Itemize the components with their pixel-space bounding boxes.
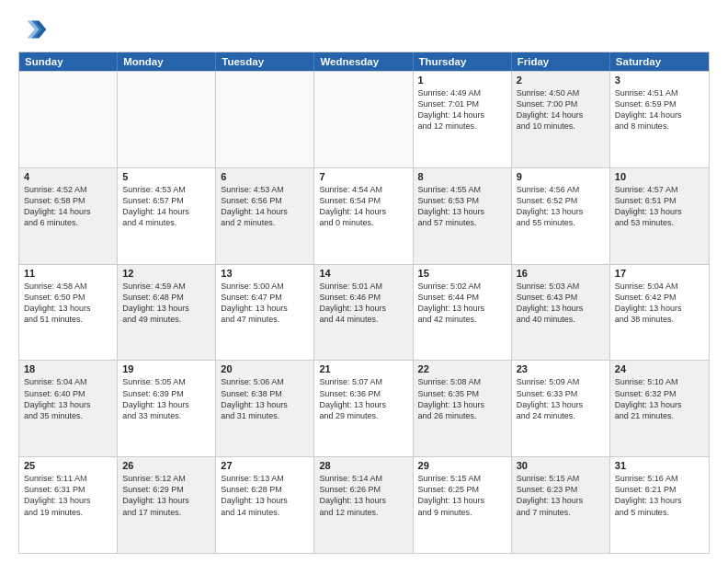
day-number: 10 [615,171,704,182]
calendar-cell: 12Sunrise: 4:59 AM Sunset: 6:48 PM Dayli… [118,265,216,361]
calendar-cell: 31Sunrise: 5:16 AM Sunset: 6:21 PM Dayli… [610,457,709,553]
cell-text: Sunrise: 5:15 AM Sunset: 6:25 PM Dayligh… [418,473,506,518]
day-number: 4 [24,171,112,182]
cell-text: Sunrise: 5:02 AM Sunset: 6:44 PM Dayligh… [418,281,506,326]
day-number: 20 [221,363,309,374]
calendar-header: SundayMondayTuesdayWednesdayThursdayFrid… [19,52,709,71]
calendar-cell [118,72,216,167]
cell-text: Sunrise: 5:14 AM Sunset: 6:26 PM Dayligh… [319,473,407,518]
calendar-cell: 22Sunrise: 5:08 AM Sunset: 6:35 PM Dayli… [414,361,512,456]
header-day: Sunday [19,52,118,71]
day-number: 21 [319,363,407,374]
calendar-cell: 7Sunrise: 4:54 AM Sunset: 6:54 PM Daylig… [314,168,413,264]
calendar-cell: 11Sunrise: 4:58 AM Sunset: 6:50 PM Dayli… [19,265,118,361]
header-day: Wednesday [314,52,413,71]
cell-text: Sunrise: 5:15 AM Sunset: 6:23 PM Dayligh… [517,473,605,518]
calendar-cell: 1Sunrise: 4:49 AM Sunset: 7:01 PM Daylig… [414,72,512,167]
day-number: 24 [615,363,704,374]
calendar-cell: 3Sunrise: 4:51 AM Sunset: 6:59 PM Daylig… [610,72,709,167]
cell-text: Sunrise: 5:01 AM Sunset: 6:46 PM Dayligh… [319,281,407,326]
day-number: 13 [221,268,309,279]
cell-text: Sunrise: 5:07 AM Sunset: 6:36 PM Dayligh… [319,376,407,421]
cell-text: Sunrise: 5:04 AM Sunset: 6:42 PM Dayligh… [615,281,704,326]
day-number: 14 [319,268,407,279]
calendar-cell: 20Sunrise: 5:06 AM Sunset: 6:38 PM Dayli… [216,361,314,456]
logo-icon [18,15,48,44]
cell-text: Sunrise: 5:08 AM Sunset: 6:35 PM Dayligh… [418,376,506,421]
day-number: 28 [319,460,407,471]
header-day: Thursday [414,52,512,71]
cell-text: Sunrise: 5:10 AM Sunset: 6:32 PM Dayligh… [615,376,704,421]
logo [18,15,51,44]
cell-text: Sunrise: 4:59 AM Sunset: 6:48 PM Dayligh… [122,281,210,326]
header-day: Monday [118,52,216,71]
day-number: 5 [122,171,210,182]
header-day: Saturday [610,52,709,71]
cell-text: Sunrise: 5:05 AM Sunset: 6:39 PM Dayligh… [122,376,210,421]
day-number: 11 [24,268,112,279]
day-number: 16 [517,268,605,279]
calendar-cell: 30Sunrise: 5:15 AM Sunset: 6:23 PM Dayli… [512,457,610,553]
header-day: Tuesday [216,52,314,71]
calendar-body: 1Sunrise: 4:49 AM Sunset: 7:01 PM Daylig… [19,71,709,553]
day-number: 1 [418,75,506,86]
header [18,15,710,44]
cell-text: Sunrise: 5:12 AM Sunset: 6:29 PM Dayligh… [122,473,210,518]
cell-text: Sunrise: 5:06 AM Sunset: 6:38 PM Dayligh… [221,376,309,421]
calendar-cell: 25Sunrise: 5:11 AM Sunset: 6:31 PM Dayli… [19,457,118,553]
calendar-cell: 14Sunrise: 5:01 AM Sunset: 6:46 PM Dayli… [314,265,413,361]
cell-text: Sunrise: 4:56 AM Sunset: 6:52 PM Dayligh… [517,184,605,229]
calendar-cell [216,72,314,167]
calendar-cell: 2Sunrise: 4:50 AM Sunset: 7:00 PM Daylig… [512,72,610,167]
day-number: 27 [221,460,309,471]
cell-text: Sunrise: 4:49 AM Sunset: 7:01 PM Dayligh… [418,87,506,132]
day-number: 7 [319,171,407,182]
calendar-cell [19,72,118,167]
cell-text: Sunrise: 4:58 AM Sunset: 6:50 PM Dayligh… [24,281,112,326]
day-number: 6 [221,171,309,182]
day-number: 29 [418,460,506,471]
day-number: 30 [517,460,605,471]
calendar-row: 1Sunrise: 4:49 AM Sunset: 7:01 PM Daylig… [19,71,709,167]
cell-text: Sunrise: 4:50 AM Sunset: 7:00 PM Dayligh… [517,87,605,132]
cell-text: Sunrise: 5:11 AM Sunset: 6:31 PM Dayligh… [24,473,112,518]
cell-text: Sunrise: 4:52 AM Sunset: 6:58 PM Dayligh… [24,184,112,229]
calendar-cell: 18Sunrise: 5:04 AM Sunset: 6:40 PM Dayli… [19,361,118,456]
day-number: 12 [122,268,210,279]
calendar-row: 4Sunrise: 4:52 AM Sunset: 6:58 PM Daylig… [19,167,709,264]
day-number: 23 [517,363,605,374]
calendar-row: 25Sunrise: 5:11 AM Sunset: 6:31 PM Dayli… [19,456,709,553]
cell-text: Sunrise: 5:03 AM Sunset: 6:43 PM Dayligh… [517,281,605,326]
day-number: 8 [418,171,506,182]
day-number: 19 [122,363,210,374]
calendar-cell: 17Sunrise: 5:04 AM Sunset: 6:42 PM Dayli… [610,265,709,361]
calendar-cell: 29Sunrise: 5:15 AM Sunset: 6:25 PM Dayli… [414,457,512,553]
cell-text: Sunrise: 5:04 AM Sunset: 6:40 PM Dayligh… [24,376,112,421]
day-number: 22 [418,363,506,374]
calendar-row: 18Sunrise: 5:04 AM Sunset: 6:40 PM Dayli… [19,360,709,456]
day-number: 17 [615,268,704,279]
calendar-cell: 13Sunrise: 5:00 AM Sunset: 6:47 PM Dayli… [216,265,314,361]
calendar-cell: 4Sunrise: 4:52 AM Sunset: 6:58 PM Daylig… [19,168,118,264]
calendar-cell: 8Sunrise: 4:55 AM Sunset: 6:53 PM Daylig… [414,168,512,264]
cell-text: Sunrise: 4:57 AM Sunset: 6:51 PM Dayligh… [615,184,704,229]
calendar-cell: 27Sunrise: 5:13 AM Sunset: 6:28 PM Dayli… [216,457,314,553]
header-day: Friday [512,52,610,71]
day-number: 18 [24,363,112,374]
calendar-cell [314,72,413,167]
calendar-cell: 10Sunrise: 4:57 AM Sunset: 6:51 PM Dayli… [610,168,709,264]
cell-text: Sunrise: 4:55 AM Sunset: 6:53 PM Dayligh… [418,184,506,229]
calendar-cell: 9Sunrise: 4:56 AM Sunset: 6:52 PM Daylig… [512,168,610,264]
calendar-row: 11Sunrise: 4:58 AM Sunset: 6:50 PM Dayli… [19,264,709,361]
cell-text: Sunrise: 4:54 AM Sunset: 6:54 PM Dayligh… [319,184,407,229]
day-number: 31 [615,460,704,471]
calendar-cell: 15Sunrise: 5:02 AM Sunset: 6:44 PM Dayli… [414,265,512,361]
calendar: SundayMondayTuesdayWednesdayThursdayFrid… [18,52,710,554]
page: SundayMondayTuesdayWednesdayThursdayFrid… [0,0,728,563]
cell-text: Sunrise: 5:00 AM Sunset: 6:47 PM Dayligh… [221,281,309,326]
calendar-cell: 5Sunrise: 4:53 AM Sunset: 6:57 PM Daylig… [118,168,216,264]
day-number: 15 [418,268,506,279]
calendar-cell: 23Sunrise: 5:09 AM Sunset: 6:33 PM Dayli… [512,361,610,456]
calendar-cell: 21Sunrise: 5:07 AM Sunset: 6:36 PM Dayli… [314,361,413,456]
day-number: 9 [517,171,605,182]
